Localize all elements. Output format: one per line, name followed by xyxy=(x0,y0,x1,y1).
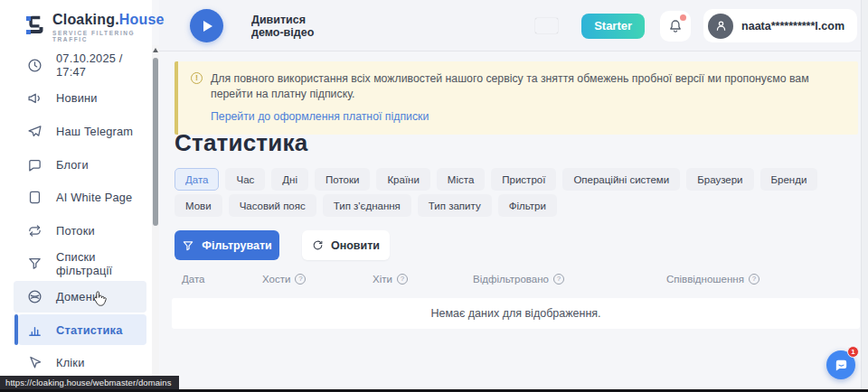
status-url-tooltip: https://cloaking.house/webmaster/domains xyxy=(0,376,179,389)
paper-plane-icon xyxy=(27,124,42,139)
cursor-arrow-icon xyxy=(27,355,42,370)
sidebar-item-domains[interactable]: Домени xyxy=(0,280,152,313)
sidebar-scrollbar[interactable] xyxy=(152,45,159,389)
brand-accent: House xyxy=(119,12,165,27)
sidebar-item-label: Новини xyxy=(56,91,98,105)
bar-chart-icon xyxy=(27,322,42,338)
help-icon[interactable]: ? xyxy=(397,274,408,285)
sidebar-item-label: AI White Page xyxy=(56,191,132,204)
page-scrollbar[interactable] xyxy=(861,0,868,389)
refresh-icon xyxy=(312,239,324,251)
main-content: ! Для повного використання всіх можливос… xyxy=(159,51,868,392)
chat-launcher-button[interactable]: 1 xyxy=(826,350,855,379)
notifications-button[interactable] xyxy=(660,11,691,42)
tab-days[interactable]: Дні xyxy=(271,168,308,191)
sidebar-item-datetime: 07.10.2025 / 17:47 xyxy=(0,49,152,82)
brand-dark: Cloaking. xyxy=(52,12,119,27)
banner-text: Для повного використання всіх можливосте… xyxy=(211,71,844,102)
logo-tagline: SERVICE FILTERING TRAFFIC xyxy=(52,30,165,42)
sidebar-item-label: Домени xyxy=(56,290,99,303)
topbar: Дивитися демо-відео Starter naata*******… xyxy=(159,0,868,51)
play-icon[interactable] xyxy=(190,9,223,42)
sidebar-item-clicks[interactable]: Кліки xyxy=(0,346,152,379)
funnel-icon xyxy=(27,256,42,271)
sidebar: Cloaking.House SERVICE FILTERING TRAFFIC… xyxy=(0,0,152,392)
sidebar-item-blogs[interactable]: Блоги xyxy=(0,148,152,182)
help-icon[interactable]: ? xyxy=(295,274,306,285)
demo-video-button[interactable]: Дивитися демо-відео xyxy=(190,9,314,42)
help-icon[interactable]: ? xyxy=(749,274,760,285)
tab-time[interactable]: Час xyxy=(225,168,265,191)
topbar-right-group: Starter naata**********l.com xyxy=(535,0,857,51)
tab-connection-type[interactable]: Тип з'єднання xyxy=(323,194,411,217)
tab-request-type[interactable]: Тип запиту xyxy=(418,194,492,217)
sidebar-item-label: Статистика xyxy=(56,323,123,337)
sidebar-item-ai-white-page[interactable]: AI White Page xyxy=(0,181,152,214)
filter-button[interactable]: Фільтрувати xyxy=(175,230,279,260)
sidebar-item-statistics[interactable]: Статистика xyxy=(0,313,152,347)
sidebar-item-streams[interactable]: Потоки xyxy=(0,214,152,247)
logo-text: Cloaking.House SERVICE FILTERING TRAFFIC xyxy=(52,12,165,42)
sidebar-item-news[interactable]: Новини xyxy=(0,82,152,116)
tab-cities[interactable]: Міста xyxy=(437,168,485,191)
sidebar-nav: 07.10.2025 / 17:47 Новини Наш Telegram Б… xyxy=(0,49,152,379)
file-icon xyxy=(27,190,42,205)
chat-unread-badge: 1 xyxy=(847,346,859,358)
column-header-ratio: Співвідношення? xyxy=(659,274,860,285)
sidebar-item-label: Потоки xyxy=(56,224,95,238)
tab-filters[interactable]: Фільтри xyxy=(498,194,557,217)
page-title: Статистика xyxy=(175,129,307,157)
tab-browsers[interactable]: Браузери xyxy=(686,168,753,191)
sidebar-item-label: Блоги xyxy=(56,158,89,172)
chat-icon xyxy=(834,358,849,373)
clock-icon xyxy=(27,58,42,73)
scroll-up-arrow-icon[interactable] xyxy=(153,48,158,52)
globe-icon xyxy=(27,289,42,304)
table-actions: Фільтрувати Оновити xyxy=(175,230,390,260)
user-email: naata**********l.com xyxy=(741,20,844,33)
sidebar-item-label: Кліки xyxy=(56,356,85,369)
sidebar-item-label: 07.10.2025 / 17:47 xyxy=(56,51,152,79)
tab-devices[interactable]: Пристрої xyxy=(491,168,556,191)
tab-date[interactable]: Дата xyxy=(175,168,219,191)
megaphone-icon xyxy=(27,90,42,106)
sync-arrows-icon xyxy=(27,223,42,238)
sidebar-item-label: Списки фільтрації xyxy=(56,250,152,277)
sidebar-item-telegram[interactable]: Наш Telegram xyxy=(0,115,152,148)
sidebar-item-filter-lists[interactable]: Списки фільтрації xyxy=(0,247,152,281)
chat-bubble-icon xyxy=(27,157,42,173)
table-header-row: Дата Хости? Хіти? Відфільтровано? Співві… xyxy=(175,274,860,285)
sidebar-item-label: Наш Telegram xyxy=(56,125,133,138)
logo-icon xyxy=(25,13,45,42)
help-icon[interactable]: ? xyxy=(553,274,564,285)
empty-state-text: Немає даних для відображення. xyxy=(430,307,600,320)
statistics-tabs: Дата Час Дні Потоки Країни Міста Пристро… xyxy=(175,168,844,220)
scrollbar-thumb[interactable] xyxy=(153,58,158,226)
trial-warning-banner: ! Для повного використання всіх можливос… xyxy=(175,61,858,135)
column-header-hosts: Хости? xyxy=(255,274,365,285)
refresh-button[interactable]: Оновити xyxy=(302,230,390,260)
tab-timezone[interactable]: Часовий пояс xyxy=(229,194,316,217)
logo[interactable]: Cloaking.House SERVICE FILTERING TRAFFIC xyxy=(0,0,152,42)
column-header-filtered: Відфільтровано? xyxy=(466,274,659,285)
subscribe-link[interactable]: Перейти до оформлення платної підписки xyxy=(211,110,429,123)
column-header-hits: Хіти? xyxy=(365,274,466,285)
user-account-button[interactable]: naata**********l.com xyxy=(703,9,857,42)
avatar xyxy=(708,14,733,39)
app-window: Cloaking.House SERVICE FILTERING TRAFFIC… xyxy=(0,0,868,392)
funnel-icon xyxy=(182,239,194,252)
tab-countries[interactable]: Країни xyxy=(376,168,429,191)
warning-icon: ! xyxy=(191,72,203,84)
table-empty-state: Немає даних для відображення. xyxy=(172,298,860,329)
plan-badge-button[interactable]: Starter xyxy=(581,14,645,39)
column-header-date: Дата xyxy=(175,274,255,285)
language-flag-ukraine[interactable] xyxy=(535,18,558,33)
tab-operating-systems[interactable]: Операційні системи xyxy=(562,168,680,191)
tab-streams[interactable]: Потоки xyxy=(315,168,370,191)
demo-video-label: Дивитися демо-відео xyxy=(251,14,314,39)
notification-dot xyxy=(680,14,686,21)
tab-brands[interactable]: Бренди xyxy=(760,168,818,191)
tab-languages[interactable]: Мови xyxy=(175,194,222,217)
